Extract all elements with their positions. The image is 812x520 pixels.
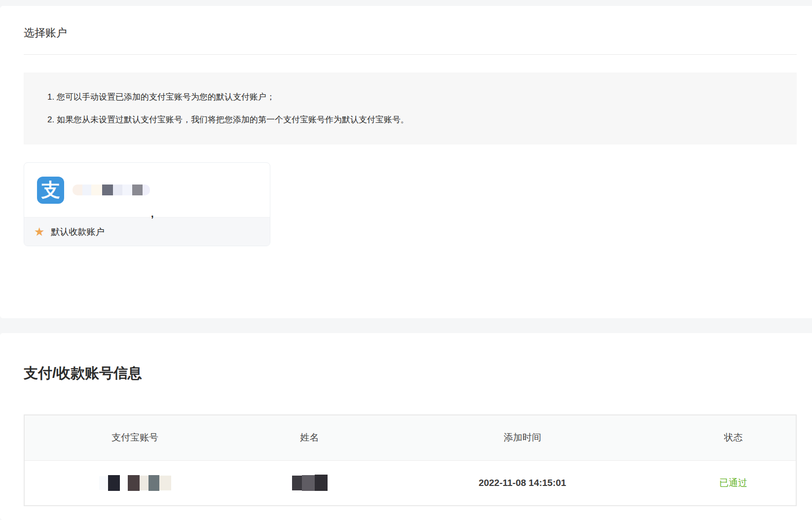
col-header-alipay-account: 支付宝账号 [25,415,245,460]
masked-account-number [73,185,150,195]
account-table: 支付宝账号 姓名 添加时间 状态 [24,414,797,506]
cell-name [245,460,374,505]
notice-line-1: 1. 您可以手动设置已添加的支付宝账号为您的默认支付账户； [47,86,777,109]
col-header-added-time: 添加时间 [374,415,671,460]
added-time-value: 2022-11-08 14:15:01 [479,478,566,488]
default-account-badge: ★ 默认收款账户 [24,217,270,246]
account-card-top: 支 , [24,163,270,217]
notice-line-2: 2. 如果您从未设置过默认支付宝账号，我们将把您添加的第一个支付宝账号作为默认支… [47,109,777,131]
masked-alipay-account [99,475,171,491]
table-header-row: 支付宝账号 姓名 添加时间 状态 [25,415,796,460]
account-info-panel: 支付/收款账号信息 支付宝账号 姓名 添加时间 状态 [0,333,812,520]
star-icon: ★ [34,226,45,238]
select-account-panel: 选择账户 1. 您可以手动设置已添加的支付宝账号为您的默认支付账户； 2. 如果… [0,6,812,318]
account-table-row: 2022-11-08 14:15:01 已通过 [25,460,796,505]
select-account-title: 选择账户 [24,6,797,55]
col-header-name: 姓名 [245,415,374,460]
cell-alipay-account [25,460,245,505]
alipay-icon: 支 [37,177,64,204]
notice-box: 1. 您可以手动设置已添加的支付宝账号为您的默认支付账户； 2. 如果您从未设置… [24,73,797,145]
col-header-status: 状态 [671,415,796,460]
account-info-title: 支付/收款账号信息 [24,333,797,383]
masked-account-tail: , [151,210,154,217]
cell-added-time: 2022-11-08 14:15:01 [374,460,671,505]
alipay-account-card[interactable]: 支 , ★ 默认收款账户 [24,162,270,246]
default-account-label: 默认收款账户 [51,226,105,238]
cell-status: 已通过 [671,460,796,505]
status-badge: 已通过 [719,478,747,488]
masked-name [292,475,328,491]
